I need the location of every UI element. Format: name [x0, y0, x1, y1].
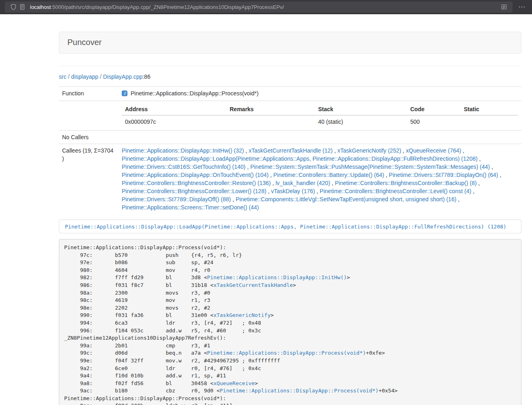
- disassembly-symbol-link[interactable]: Pinetime::Applications::DisplayApp::Init…: [207, 274, 347, 280]
- callee-link[interactable]: Pinetime::Controllers::BrightnessControl…: [122, 180, 271, 186]
- callee-link[interactable]: Pinetime::System::SystemTask::PushMessag…: [250, 164, 490, 170]
- column-remarks: Remarks: [226, 103, 315, 115]
- callee-link[interactable]: Pinetime::Controllers::Battery::Update()…: [274, 172, 384, 178]
- metrics-row-spacer: [59, 101, 118, 131]
- breadcrumb-separator: /: [98, 73, 103, 80]
- callee-link[interactable]: Pinetime::Components::LittleVgl::SetNewT…: [236, 196, 457, 202]
- url-host: localhost: [30, 4, 51, 10]
- column-address: Address: [122, 103, 226, 115]
- callees-list: Pinetime::Applications::DisplayApp::Init…: [118, 144, 521, 214]
- metrics-row: Address Remarks Stack Code Static 0x0000…: [59, 101, 521, 131]
- url-bar[interactable]: localhost:5000/path/src/displayapp/Displ…: [5, 2, 513, 13]
- remarks-value: [226, 115, 315, 128]
- highlight-panel: Pinetime::Applications::DisplayApp::Load…: [59, 220, 521, 233]
- function-label: Function: [59, 87, 118, 101]
- callee-link[interactable]: Pinetime::Applications::Screens::Timer::…: [122, 204, 259, 211]
- metrics-header-row: Address Remarks Stack Code Static: [122, 103, 518, 115]
- callee-link[interactable]: Pinetime::Controllers::BrightnessControl…: [335, 180, 476, 186]
- callee-link[interactable]: vTaskDelay (176): [271, 188, 315, 194]
- reader-view-icon[interactable]: [500, 2, 508, 11]
- disassembly-symbol-link[interactable]: xQueueReceive: [213, 380, 255, 386]
- symbol-table: Function f Pinetime::Applications::Displ…: [59, 86, 521, 214]
- callees-label: Callees (19, Σ=3704 ): [59, 144, 118, 214]
- callers-cell: [118, 131, 521, 144]
- callee-link[interactable]: Pinetime::Drivers::St7789::DisplayOff() …: [122, 196, 231, 202]
- breadcrumb-link-DisplayApp.cpp[interactable]: DisplayApp.cpp: [103, 73, 142, 80]
- callee-link[interactable]: Pinetime::Applications::DisplayApp::Load…: [122, 155, 478, 162]
- divider: [59, 66, 521, 66]
- metrics-table: Address Remarks Stack Code Static 0x0000…: [122, 103, 518, 128]
- callee-link[interactable]: Pinetime::Drivers::Cst816S::GetTouchInfo…: [122, 164, 246, 170]
- breadcrumb-separator: /: [67, 73, 71, 80]
- url-text[interactable]: localhost:5000/path/src/displayapp/Displ…: [30, 4, 500, 10]
- breadcrumb-line-number: :86: [142, 73, 150, 80]
- callee-link[interactable]: Pinetime::Applications::DisplayApp::Init…: [122, 147, 244, 154]
- shield-icon[interactable]: [9, 2, 18, 11]
- callee-link[interactable]: xTaskGetCurrentTaskHandle (12): [249, 147, 333, 154]
- url-path: :5000/path/src/displayapp/DisplayApp.cpp…: [51, 4, 284, 10]
- disassembly-symbol-link[interactable]: xTaskGetCurrentTaskHandle: [213, 282, 293, 288]
- page-info-icon[interactable]: [18, 2, 27, 11]
- function-name: Pinetime::Applications::DisplayApp::Proc…: [131, 90, 258, 97]
- column-code: Code: [407, 103, 461, 115]
- callee-link[interactable]: lv_task_handler (420): [276, 180, 330, 186]
- code-value: 500: [407, 115, 461, 128]
- page-content: Puncover src / displayapp / DisplayApp.c…: [59, 14, 521, 405]
- kebab-menu-icon[interactable]: ⋯: [517, 3, 527, 11]
- function-icon: f: [122, 90, 127, 98]
- callee-link[interactable]: Pinetime::Drivers::St7789::DisplayOn() (…: [389, 172, 498, 178]
- callers-row: No Callers: [59, 131, 521, 144]
- callee-link[interactable]: Pinetime::Controllers::BrightnessControl…: [320, 188, 471, 194]
- callee-link[interactable]: Pinetime::Controllers::BrightnessControl…: [122, 188, 266, 194]
- function-row: Function f Pinetime::Applications::Displ…: [59, 87, 521, 101]
- breadcrumb: src / displayapp / DisplayApp.cpp:86: [59, 73, 521, 81]
- metrics-cell: Address Remarks Stack Code Static 0x0000…: [118, 101, 521, 131]
- disassembly-symbol-link[interactable]: Pinetime::Applications::DisplayApp::Proc…: [207, 350, 366, 356]
- column-stack: Stack: [315, 103, 407, 115]
- breadcrumb-link-displayapp[interactable]: displayapp: [71, 73, 98, 80]
- brand-link[interactable]: Puncover: [59, 32, 110, 53]
- column-static: Static: [461, 103, 518, 115]
- callees-row: Callees (19, Σ=3704 ) Pinetime::Applicat…: [59, 144, 521, 214]
- callee-link[interactable]: Pinetime::Applications::DisplayApp::OnTo…: [122, 172, 269, 178]
- disassembly: Pinetime::Applications::DisplayApp::Proc…: [59, 239, 521, 405]
- no-callers-label: No Callers: [59, 131, 118, 144]
- stack-value: 40 (static): [315, 115, 407, 128]
- disassembly-symbol-link[interactable]: xTaskGenericNotify: [213, 312, 271, 318]
- disassembly-symbol-link[interactable]: Pinetime::Applications::DisplayApp::Proc…: [220, 388, 379, 394]
- callee-link[interactable]: xTaskGenericNotify (252): [337, 147, 401, 154]
- address-value: 0x0000097c: [122, 115, 226, 128]
- browser-toolbar: localhost:5000/path/src/displayapp/Displ…: [0, 0, 532, 14]
- function-name-cell: f Pinetime::Applications::DisplayApp::Pr…: [118, 87, 521, 101]
- breadcrumb-link-src[interactable]: src: [59, 73, 67, 80]
- highlight-symbol-link[interactable]: Pinetime::Applications::DisplayApp::Load…: [65, 224, 506, 230]
- static-value: [461, 115, 518, 128]
- metrics-value-row: 0x0000097c 40 (static) 500: [122, 115, 518, 128]
- callee-link[interactable]: xQueueReceive (764): [406, 147, 461, 154]
- app-header: Puncover: [59, 32, 521, 54]
